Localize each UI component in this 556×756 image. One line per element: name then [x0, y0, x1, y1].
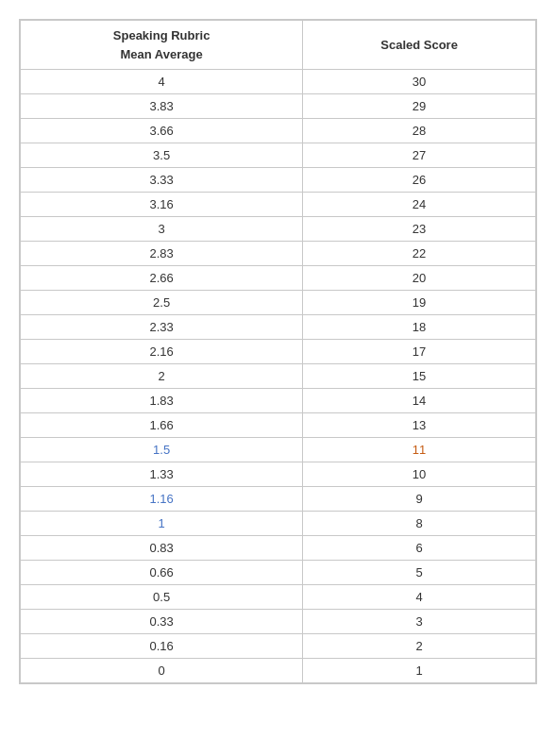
- score-value: 17: [303, 340, 536, 364]
- table-row: 430: [21, 70, 536, 94]
- table-row: 1.8314: [21, 389, 536, 413]
- score-value: 18: [303, 315, 536, 340]
- mean-value: 0: [21, 659, 303, 683]
- mean-value: 0.66: [21, 561, 303, 585]
- score-value: 20: [303, 266, 536, 291]
- table-row: 0.333: [21, 610, 536, 634]
- mean-value: 3.16: [21, 193, 303, 217]
- mean-value: 3.33: [21, 168, 303, 193]
- mean-value: 2.5: [21, 291, 303, 315]
- mean-value: 1.16: [21, 487, 303, 512]
- table-row: 2.1617: [21, 340, 536, 364]
- score-value: 8: [303, 512, 536, 536]
- score-value: 28: [303, 119, 536, 143]
- score-value: 14: [303, 389, 536, 413]
- score-value: 6: [303, 536, 536, 561]
- score-value: 9: [303, 487, 536, 512]
- score-value: 24: [303, 193, 536, 217]
- score-value: 5: [303, 561, 536, 585]
- table-row: 3.1624: [21, 193, 536, 217]
- score-value: 22: [303, 242, 536, 266]
- score-value: 11: [303, 438, 536, 462]
- mean-value: 1.66: [21, 413, 303, 438]
- col-header-score: Scaled Score: [303, 21, 536, 70]
- score-value: 19: [303, 291, 536, 315]
- mean-value: 4: [21, 70, 303, 94]
- mean-value: 2.16: [21, 340, 303, 364]
- table-row: 2.3318: [21, 315, 536, 340]
- table-row: 0.836: [21, 536, 536, 561]
- score-value: 3: [303, 610, 536, 634]
- mean-value: 1: [21, 512, 303, 536]
- table-row: 2.6620: [21, 266, 536, 291]
- mean-value: 2.66: [21, 266, 303, 291]
- table-row: 1.169: [21, 487, 536, 512]
- mean-value: 0.16: [21, 634, 303, 659]
- table-row: 1.6613: [21, 413, 536, 438]
- score-value: 27: [303, 143, 536, 168]
- col-header-mean: Speaking Rubric Mean Average: [21, 21, 303, 70]
- table-row: 0.665: [21, 561, 536, 585]
- table-row: 2.8322: [21, 242, 536, 266]
- table-row: 18: [21, 512, 536, 536]
- mean-value: 0.83: [21, 536, 303, 561]
- score-value: 4: [303, 585, 536, 610]
- mean-value: 3.83: [21, 94, 303, 119]
- table-row: 3.6628: [21, 119, 536, 143]
- table-row: 215: [21, 364, 536, 389]
- score-value: 15: [303, 364, 536, 389]
- table-row: 3.3326: [21, 168, 536, 193]
- score-value: 13: [303, 413, 536, 438]
- table-row: 1.511: [21, 438, 536, 462]
- table-row: 0.54: [21, 585, 536, 610]
- score-conversion-table: Speaking Rubric Mean Average Scaled Scor…: [19, 19, 537, 684]
- table-row: 323: [21, 217, 536, 242]
- score-value: 23: [303, 217, 536, 242]
- score-value: 10: [303, 462, 536, 487]
- table-row: 1.3310: [21, 462, 536, 487]
- mean-value: 3: [21, 217, 303, 242]
- mean-value: 1.83: [21, 389, 303, 413]
- score-value: 29: [303, 94, 536, 119]
- mean-value: 0.5: [21, 585, 303, 610]
- mean-value: 2: [21, 364, 303, 389]
- score-value: 2: [303, 634, 536, 659]
- score-value: 26: [303, 168, 536, 193]
- mean-value: 1.5: [21, 438, 303, 462]
- score-value: 30: [303, 70, 536, 94]
- table-row: 3.8329: [21, 94, 536, 119]
- mean-value: 2.83: [21, 242, 303, 266]
- mean-value: 2.33: [21, 315, 303, 340]
- table-row: 3.527: [21, 143, 536, 168]
- mean-value: 3.66: [21, 119, 303, 143]
- table-row: 01: [21, 659, 536, 683]
- mean-value: 1.33: [21, 462, 303, 487]
- score-value: 1: [303, 659, 536, 683]
- mean-value: 3.5: [21, 143, 303, 168]
- mean-value: 0.33: [21, 610, 303, 634]
- table-row: 0.162: [21, 634, 536, 659]
- table-row: 2.519: [21, 291, 536, 315]
